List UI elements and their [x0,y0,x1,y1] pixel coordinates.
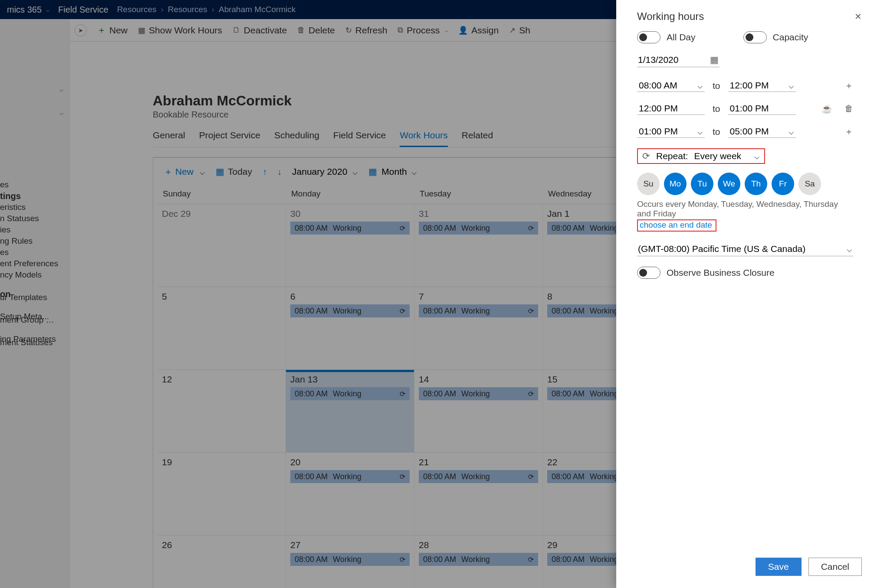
from-time-select[interactable]: 01:00 PM⌵ [637,125,705,138]
from-time-value: 08:00 AM [639,80,677,91]
allday-toggle[interactable] [637,31,660,43]
to-time-value: 05:00 PM [730,126,769,137]
panel-title: Working hours [637,10,704,23]
time-slot-row: 08:00 AM⌵to12:00 PM⌵＋ [637,79,853,92]
add-slot-icon[interactable]: ＋ [844,126,853,137]
delete-slot-icon[interactable]: 🗑 [844,104,853,114]
allday-label: All Day [667,32,696,42]
choose-end-date-link[interactable]: choose an end date [637,219,716,232]
timezone-select[interactable]: (GMT-08:00) Pacific Time (US & Canada) ⌵ [637,242,853,256]
time-slot-row: 01:00 PM⌵to05:00 PM⌵＋ [637,125,853,138]
from-time-value: 01:00 PM [639,126,678,137]
to-time-select[interactable]: 01:00 PM [728,102,796,115]
day-chip-fr[interactable]: Fr [772,173,794,195]
to-label: to [713,104,720,114]
add-slot-icon[interactable]: ＋ [844,80,853,91]
occurs-text: Occurs every Monday, Tuesday, Wednesday,… [637,199,853,219]
date-value: 1/13/2020 [638,55,678,65]
cancel-button[interactable]: Cancel [808,558,862,576]
capacity-toggle[interactable] [743,31,767,43]
day-chip-tu[interactable]: Tu [691,173,713,195]
from-time-select[interactable]: 12:00 PM [637,102,705,115]
repeat-select[interactable]: ⟳ Repeat: Every week⌵ [637,148,765,164]
date-input[interactable]: 1/13/2020 ▦ [637,53,720,67]
to-label: to [713,127,720,137]
day-chip-su[interactable]: Su [637,173,660,195]
to-time-value: 01:00 PM [730,103,769,114]
day-chip-we[interactable]: We [718,173,740,195]
from-time-value: 12:00 PM [639,103,678,114]
break-icon[interactable]: ☕ [821,104,832,114]
repeat-value: Every week [694,151,742,161]
close-icon[interactable]: ✕ [854,11,862,22]
chevron-down-icon: ⌵ [697,80,703,91]
repeat-icon: ⟳ [642,151,650,161]
time-slot-row: 12:00 PMto01:00 PM☕🗑 [637,102,853,115]
to-label: to [713,81,720,91]
repeat-label: Repeat: [656,151,688,161]
chevron-down-icon: ⌵ [789,126,794,137]
capacity-label: Capacity [773,32,808,42]
observe-closure-label: Observe Business Closure [667,268,775,278]
timezone-value: (GMT-08:00) Pacific Time (US & Canada) [638,244,805,254]
save-button[interactable]: Save [756,558,802,576]
day-chip-sa[interactable]: Sa [798,173,821,195]
calendar-icon: ▦ [710,55,719,65]
chevron-down-icon: ⌵ [789,80,794,91]
from-time-select[interactable]: 08:00 AM⌵ [637,79,705,92]
to-time-select[interactable]: 05:00 PM⌵ [728,125,796,138]
observe-closure-toggle[interactable] [637,267,660,279]
working-hours-panel: Working hours ✕ All Day Capacity 1/13/20… [616,0,874,588]
to-time-value: 12:00 PM [730,80,769,91]
chevron-down-icon: ⌵ [697,126,703,137]
chevron-down-icon: ⌵ [847,244,852,254]
chevron-down-icon: ⌵ [754,151,760,161]
day-picker: SuMoTuWeThFrSa [637,173,853,195]
day-chip-mo[interactable]: Mo [664,173,687,195]
to-time-select[interactable]: 12:00 PM⌵ [728,79,796,92]
day-chip-th[interactable]: Th [745,173,767,195]
